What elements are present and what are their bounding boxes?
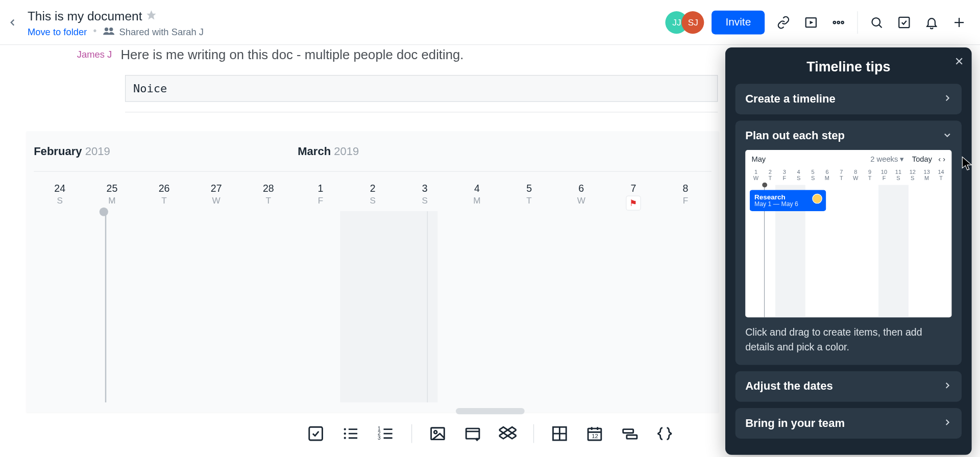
search-icon[interactable] [863, 9, 891, 36]
svg-rect-45 [627, 435, 637, 439]
month-march: March 2019 [298, 145, 359, 158]
mini-day-13: 13M [920, 169, 934, 182]
tip-description: Click and drag to create items, then add… [745, 325, 951, 355]
svg-point-5 [834, 21, 836, 23]
timeline-cursor-line[interactable] [105, 211, 106, 402]
tips-panel: Timeline tips Create a timeline Plan out… [725, 47, 972, 455]
svg-point-6 [837, 21, 839, 23]
mini-day-14: 14T [934, 169, 948, 182]
timeline[interactable]: February 2019 March 2019 24S25M26T27W28T… [26, 131, 719, 412]
svg-point-18 [344, 437, 346, 439]
tip-bring-team[interactable]: Bring in your team [736, 408, 962, 439]
present-icon[interactable] [797, 9, 825, 36]
day-2[interactable]: 2S [347, 172, 399, 211]
mini-day-12: 12S [905, 169, 919, 182]
checkbox-tool-icon[interactable] [306, 424, 325, 443]
mini-day-5: 5S [806, 169, 820, 182]
mini-next-icon[interactable]: › [943, 155, 945, 164]
mini-item-research[interactable]: Research May 1 — May 6 [749, 190, 826, 211]
day-26[interactable]: 26T [138, 172, 190, 211]
svg-point-1 [104, 28, 108, 31]
day-3[interactable]: 3S [399, 172, 451, 211]
svg-point-8 [872, 18, 880, 26]
invite-button[interactable]: Invite [712, 10, 765, 34]
timeline-cursor-handle[interactable] [100, 208, 108, 216]
weekend-shade [340, 211, 437, 402]
day-24[interactable]: 24S [34, 172, 86, 211]
day-1[interactable]: 1F [295, 172, 347, 211]
avatar-icon [812, 194, 822, 204]
bullet-list-icon[interactable] [341, 424, 360, 443]
tasks-icon[interactable] [890, 9, 918, 36]
mini-prev-icon[interactable]: ‹ [938, 155, 941, 164]
code-block[interactable]: Noice [125, 75, 718, 102]
mini-day-10: 10F [877, 169, 891, 182]
table-icon[interactable] [550, 424, 569, 443]
embed-icon[interactable] [463, 424, 482, 443]
toolbar-divider [533, 424, 534, 443]
code-block-icon[interactable] [655, 424, 674, 443]
close-icon[interactable] [954, 56, 964, 69]
document-title[interactable]: This is my document [28, 9, 142, 23]
tip-adjust-dates[interactable]: Adjust the dates [736, 371, 962, 402]
chevron-right-icon [943, 380, 951, 393]
day-6[interactable]: 6W [555, 172, 607, 211]
mini-month: May [751, 155, 766, 164]
day-25[interactable]: 25M [86, 172, 138, 211]
tip-plan-title[interactable]: Plan out each step [745, 130, 845, 143]
grid-line [427, 211, 427, 402]
scroll-thumb[interactable] [456, 408, 525, 414]
toolbar-divider [411, 424, 412, 443]
day-8[interactable]: 8F [659, 172, 712, 211]
svg-point-2 [109, 28, 113, 31]
author-label: James J [42, 47, 120, 59]
day-7[interactable]: 7⚑ [607, 172, 659, 211]
svg-rect-44 [623, 429, 633, 433]
svg-marker-0 [147, 10, 156, 19]
chevron-right-icon [943, 92, 951, 106]
shared-with[interactable]: Shared with Sarah J [103, 26, 204, 37]
topbar: This is my document Move to folder • Sha… [0, 0, 980, 45]
mini-range[interactable]: 2 weeks ▾ [870, 155, 903, 164]
back-button[interactable] [0, 0, 25, 45]
mini-day-7: 7T [835, 169, 848, 182]
day-4[interactable]: 4M [451, 172, 503, 211]
svg-line-9 [879, 24, 882, 28]
month-february: February 2019 [34, 145, 110, 158]
svg-rect-13 [309, 427, 323, 440]
mini-day-3: 3F [777, 169, 791, 182]
chevron-down-icon[interactable] [943, 130, 951, 143]
dropbox-icon[interactable] [498, 424, 517, 443]
bell-icon[interactable] [918, 9, 945, 36]
svg-point-7 [841, 21, 843, 23]
move-to-folder-link[interactable]: Move to folder [28, 26, 87, 37]
svg-text:3: 3 [378, 435, 381, 441]
divider [857, 11, 857, 33]
link-icon[interactable] [770, 9, 797, 36]
day-5[interactable]: 5T [503, 172, 555, 211]
svg-marker-4 [810, 20, 814, 24]
timeline-icon[interactable] [620, 424, 639, 443]
calendar-icon[interactable]: 12 [585, 424, 604, 443]
star-icon[interactable] [146, 9, 157, 23]
tip-plan-step: Plan out each step May 2 weeks ▾ Today ‹… [736, 120, 962, 365]
avatar-sj[interactable]: SJ [682, 11, 704, 33]
mini-today[interactable]: Today [912, 155, 932, 164]
numbered-list-icon[interactable]: 123 [376, 424, 395, 443]
svg-point-16 [344, 433, 346, 435]
svg-text:12: 12 [592, 433, 598, 439]
day-28[interactable]: 28T [242, 172, 295, 211]
shared-text: Shared with Sarah J [119, 26, 204, 37]
mini-day-6: 6M [820, 169, 834, 182]
chevron-right-icon [943, 417, 951, 430]
cursor-icon [962, 156, 973, 171]
day-27[interactable]: 27W [190, 172, 242, 211]
more-icon[interactable] [825, 9, 852, 36]
mini-day-11: 11S [891, 169, 905, 182]
body-text[interactable]: Here is me writing on this doc - multipl… [120, 47, 463, 62]
svg-rect-10 [899, 17, 909, 27]
add-icon[interactable] [945, 9, 973, 36]
tip-create-timeline[interactable]: Create a timeline [736, 84, 962, 114]
svg-rect-26 [431, 428, 445, 440]
image-icon[interactable] [428, 424, 447, 443]
